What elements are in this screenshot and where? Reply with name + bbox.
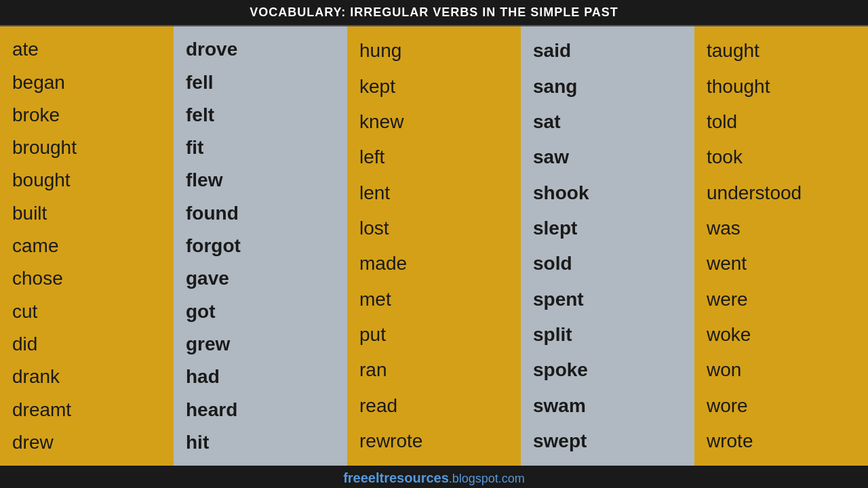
word-item: hit [186,430,335,455]
word-item: took [707,144,856,170]
word-item: had [186,364,335,390]
word-item: went [707,251,856,277]
word-item: knew [359,109,509,135]
word-item: sat [533,109,682,135]
word-item: spent [533,287,682,312]
word-item: spoke [533,357,682,383]
word-item: kept [359,74,509,100]
column-col2: drovefellfeltfitflewfoundforgotgavegotgr… [174,26,347,466]
word-item: bought [12,167,161,193]
word-item: lost [359,216,509,241]
word-item: shook [533,180,682,206]
column-col5: taughtthoughttoldtookunderstoodwaswentwe… [694,26,868,466]
column-col1: atebeganbrokebroughtboughtbuiltcamechose… [0,26,174,466]
word-item: sold [533,251,682,277]
word-item: ran [359,357,509,383]
word-item: gave [186,266,335,291]
word-item: swept [533,428,682,454]
word-item: found [186,201,335,226]
word-item: came [12,233,161,259]
word-item: brought [12,135,161,161]
footer-text: freeeltresources.blogspot.com [343,472,525,485]
word-item: chose [12,266,161,291]
word-item: slept [533,216,682,241]
word-item: split [533,322,682,348]
word-item: drove [186,37,335,62]
word-item: heard [186,397,335,423]
word-item: got [186,299,335,325]
column-col3: hungkeptknewleftlentlostmademetputranrea… [347,26,521,466]
word-item: cut [12,299,161,325]
word-item: left [359,144,509,170]
word-item: drank [12,364,161,390]
header-title: VOCABULARY: IRREGULAR VERBS IN THE SIMPL… [250,5,618,19]
word-item: was [707,216,856,241]
word-item: built [12,201,161,226]
main-grid: atebeganbrokebroughtboughtbuiltcamechose… [0,26,868,466]
word-item: woke [707,322,856,348]
word-item: made [359,251,509,277]
word-item: wrote [707,428,856,454]
word-item: won [707,357,856,383]
word-item: broke [12,102,161,128]
word-item: wore [707,393,856,419]
word-item: put [359,322,509,348]
word-item: dreamt [12,397,161,423]
word-item: read [359,393,509,419]
word-item: drew [12,430,161,455]
word-item: saw [533,144,682,170]
word-item: ate [12,37,161,62]
word-item: fell [186,70,335,96]
word-item: grew [186,331,335,357]
word-item: forgot [186,233,335,259]
word-item: flew [186,167,335,193]
header: VOCABULARY: IRREGULAR VERBS IN THE SIMPL… [0,0,868,26]
word-item: met [359,287,509,312]
column-col4: saidsangsatsawshooksleptsoldspentsplitsp… [521,26,694,466]
word-item: hung [359,38,509,64]
word-item: felt [186,102,335,128]
footer: freeeltresources.blogspot.com [0,466,868,488]
word-item: fit [186,135,335,161]
word-item: understood [707,180,856,206]
word-item: taught [707,38,856,64]
word-item: told [707,109,856,135]
word-item: thought [707,74,856,100]
word-item: lent [359,180,509,206]
word-item: rewrote [359,428,509,454]
word-item: were [707,287,856,312]
word-item: began [12,70,161,96]
word-item: said [533,38,682,64]
word-item: did [12,331,161,357]
word-item: sang [533,74,682,100]
word-item: swam [533,393,682,419]
